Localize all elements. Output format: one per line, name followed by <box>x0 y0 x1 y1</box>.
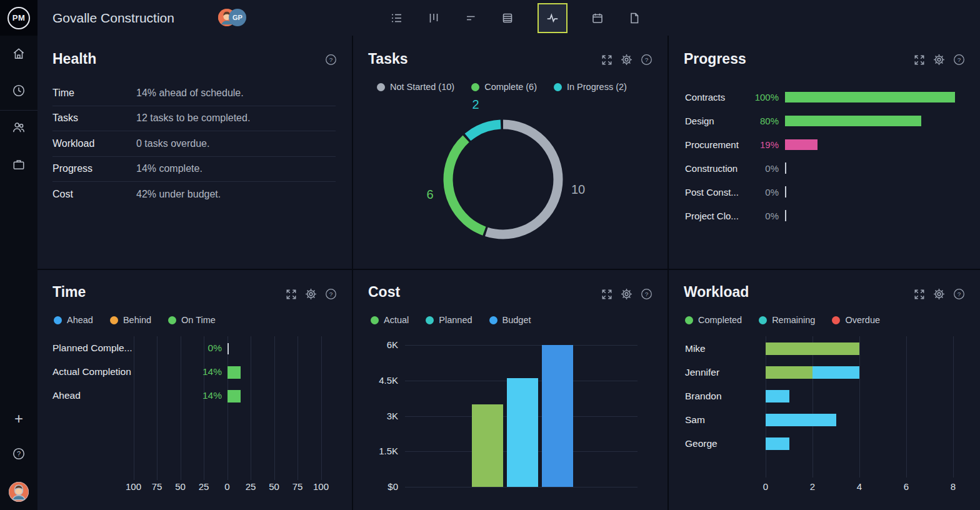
time-row-label: Planned Comple... <box>52 342 132 354</box>
left-sidebar: + ? <box>0 36 38 510</box>
health-row-label: Tasks <box>52 112 136 124</box>
progress-row-percent: 19% <box>754 139 779 150</box>
x-axis-label: 8 <box>951 481 956 492</box>
portfolio-icon[interactable] <box>12 158 26 174</box>
progress-row-label: Post Const... <box>685 187 754 198</box>
help-icon[interactable]: ? <box>12 447 26 463</box>
health-row-value: 12 tasks to be completed. <box>136 112 250 124</box>
workload-bar-remaining <box>766 390 789 402</box>
home-icon[interactable] <box>12 47 26 63</box>
y-axis-label: 4.5K <box>369 375 398 386</box>
progress-row-label: Design <box>685 116 754 126</box>
x-axis-label: 4 <box>857 481 862 492</box>
task-list-icon[interactable] <box>390 11 404 25</box>
workload-row-label: George <box>685 438 718 449</box>
gridline <box>298 336 298 480</box>
panel-workload: Workload ? CompletedRemainingOverdue 024… <box>669 270 980 510</box>
workload-row-label: Jennifer <box>685 367 719 378</box>
progress-row: Contracts100% <box>685 85 964 109</box>
dashboard-icon[interactable] <box>538 3 568 33</box>
gridline <box>228 336 228 480</box>
help-icon[interactable]: ? <box>325 54 337 66</box>
sheet-icon[interactable] <box>501 11 514 25</box>
person-avatar-icon <box>9 482 29 502</box>
calendar-icon[interactable] <box>591 11 604 25</box>
progress-bar <box>785 139 818 150</box>
health-row: Time14% ahead of schedule. <box>52 81 336 106</box>
zero-tick <box>785 186 786 198</box>
team-icon[interactable] <box>12 121 26 137</box>
progress-row: Project Clo...0% <box>685 204 964 228</box>
expand-icon[interactable] <box>913 54 925 66</box>
progress-row: Post Const...0% <box>685 180 964 204</box>
donut-segment-value: 2 <box>472 98 479 112</box>
app-header: PM Govalle Construction GP <box>0 0 980 36</box>
progress-bar <box>785 116 921 126</box>
health-row: Cost42% under budget. <box>52 182 336 208</box>
help-icon[interactable]: ? <box>953 54 965 66</box>
workload-bar-completed <box>766 366 812 379</box>
time-row-percent: 14% <box>178 390 222 401</box>
x-axis-label: 100 <box>126 481 141 492</box>
health-row-label: Time <box>52 88 136 99</box>
panel-title: Progress <box>684 51 746 68</box>
sidebar-divider <box>0 110 38 111</box>
workload-row-label: Mike <box>685 343 706 354</box>
x-axis-label: 75 <box>292 481 303 492</box>
progress-row-percent: 0% <box>754 163 779 174</box>
pm-logo-icon: PM <box>8 7 30 29</box>
progress-row-label: Contracts <box>685 92 754 102</box>
files-icon[interactable] <box>628 11 641 25</box>
gridline <box>251 336 251 480</box>
workload-bar-completed <box>766 342 859 355</box>
x-axis-label: 75 <box>152 481 162 492</box>
cost-bar-actual <box>472 404 503 487</box>
panel-health: Health ? Time14% ahead of schedule.Tasks… <box>38 36 352 269</box>
app-logo[interactable]: PM <box>0 0 38 36</box>
gantt-icon[interactable] <box>464 11 478 25</box>
progress-row-label: Procurement <box>685 139 754 150</box>
panel-title: Health <box>52 51 96 68</box>
time-row: Actual Completion14% <box>38 366 352 379</box>
gridline <box>321 336 322 480</box>
clock-icon[interactable] <box>12 84 26 100</box>
y-axis-label: 3K <box>369 411 398 421</box>
panel-cost: Cost ? ActualPlannedBudget 6K4.5K3K1.5K$… <box>353 270 668 510</box>
time-row-percent: 14% <box>178 366 222 378</box>
gridline <box>157 336 158 480</box>
y-axis-label: 1.5K <box>369 446 398 456</box>
member-avatar-initials[interactable]: GP <box>229 9 246 26</box>
kanban-board-icon[interactable] <box>427 11 441 25</box>
donut-svg <box>353 36 668 269</box>
x-axis-label: 100 <box>313 481 329 492</box>
x-axis-label: 50 <box>175 481 186 492</box>
gridline <box>204 336 204 480</box>
add-icon[interactable]: + <box>14 410 23 428</box>
health-row-value: 14% ahead of schedule. <box>136 88 244 99</box>
panel-tasks: Tasks ? Not Started (10)Complete (6)In P… <box>353 36 668 269</box>
time-row-label: Actual Completion <box>52 366 131 378</box>
workload-bar-remaining <box>766 414 836 426</box>
panel-time: Time ? AheadBehindOn Time 10075502502550… <box>38 270 352 510</box>
view-toolbar <box>390 0 641 36</box>
donut-segment-value: 6 <box>426 188 433 202</box>
y-axis-label: $0 <box>369 481 398 492</box>
health-row: Workload0 tasks overdue. <box>52 131 336 157</box>
gridline <box>766 336 766 478</box>
gridline <box>906 336 907 478</box>
health-row-label: Cost <box>52 189 136 200</box>
health-row: Tasks12 tasks to be completed. <box>52 106 336 132</box>
gear-icon[interactable] <box>933 54 945 66</box>
health-row-value: 42% under budget. <box>136 189 221 200</box>
user-avatar[interactable] <box>9 482 29 502</box>
time-row-percent: 0% <box>178 342 222 354</box>
x-axis-label: 6 <box>904 481 909 492</box>
gridline <box>405 487 638 488</box>
health-row-label: Workload <box>52 138 136 149</box>
time-row: Ahead14% <box>38 389 352 403</box>
gridline <box>181 336 181 480</box>
zero-tick <box>785 162 786 174</box>
health-row-label: Progress <box>52 163 136 174</box>
cost-bar-budget <box>542 345 573 487</box>
project-title: Govalle Construction <box>52 0 174 36</box>
